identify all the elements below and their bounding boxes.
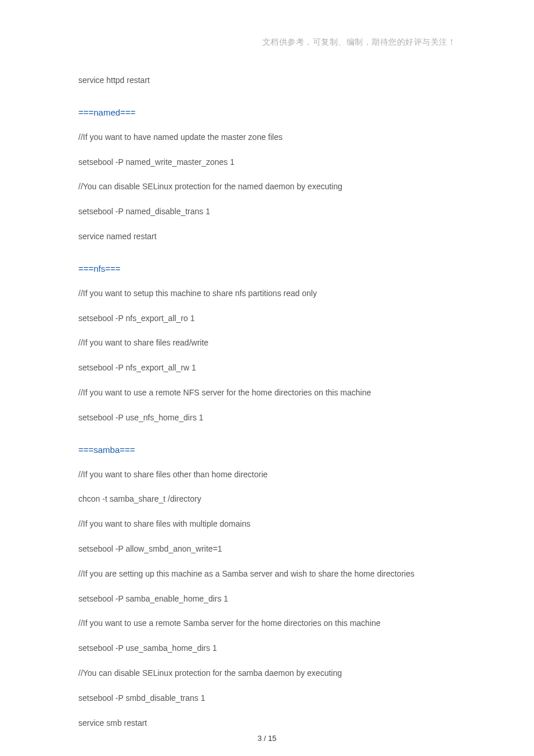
code-line: service named restart [78, 232, 456, 242]
header-note: 文档供参考，可复制、编制，期待您的好评与关注！ [78, 37, 456, 48]
code-line: setsebool -P samba_enable_home_dirs 1 [78, 594, 456, 604]
page-number: 3 / 15 [0, 734, 534, 743]
document-page: 文档供参考，可复制、编制，期待您的好评与关注！ service httpd re… [0, 0, 534, 756]
section-heading-samba: ===samba=== [78, 445, 456, 455]
code-line: chcon -t samba_share_t /directory [78, 494, 456, 504]
code-line: setsebool -P use_nfs_home_dirs 1 [78, 413, 456, 423]
code-line: //If you want to use a remote Samba serv… [78, 618, 456, 628]
section-heading-named: ===named=== [78, 107, 456, 117]
code-line: setsebool -P allow_smbd_anon_write=1 [78, 544, 456, 554]
code-line: service smb restart [78, 718, 456, 728]
code-line: //If you want to use a remote NFS server… [78, 388, 456, 398]
code-line: //If you want to share files read/write [78, 338, 456, 348]
code-line: //You can disable SELinux protection for… [78, 182, 456, 192]
code-line: setsebool -P named_write_master_zones 1 [78, 157, 456, 167]
code-line: setsebool -P smbd_disable_trans 1 [78, 693, 456, 703]
code-line: //If you want to setup this machine to s… [78, 289, 456, 298]
code-line: //You can disable SELinux protection for… [78, 668, 456, 678]
code-line: //If you are setting up this machine as … [78, 569, 456, 579]
code-line: //If you want to share files other than … [78, 470, 456, 480]
code-line: setsebool -P named_disable_trans 1 [78, 207, 456, 217]
section-heading-nfs: ===nfs=== [78, 264, 456, 273]
code-line: setsebool -P nfs_export_all_rw 1 [78, 363, 456, 373]
code-line: setsebool -P use_samba_home_dirs 1 [78, 643, 456, 653]
code-line: service httpd restart [78, 75, 456, 85]
code-line: //If you want to have named update the m… [78, 132, 456, 142]
code-line: //If you want to share files with multip… [78, 519, 456, 529]
code-line: setsebool -P nfs_export_all_ro 1 [78, 314, 456, 323]
